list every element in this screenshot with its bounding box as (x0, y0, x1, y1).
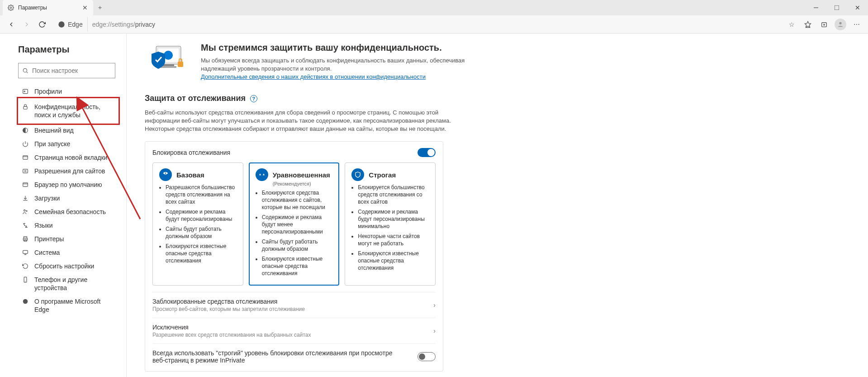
tracking-card-strict[interactable]: Строгая Блокируется большинство средств … (345, 162, 436, 286)
search-icon (22, 67, 28, 74)
sidebar-item-startup[interactable]: При запуске (18, 137, 119, 151)
sidebar-item-reset[interactable]: Сбросить настройки (18, 259, 119, 273)
svg-point-0 (10, 7, 12, 9)
hero-text: Мы обязуемся всегда защищать и соблюдать… (201, 57, 490, 73)
svg-point-9 (839, 22, 841, 24)
svg-line-11 (27, 72, 28, 73)
back-button[interactable] (4, 17, 19, 32)
sidebar-item-downloads[interactable]: Загрузки (18, 191, 119, 205)
svg-rect-42 (161, 66, 176, 68)
tracking-desc: Веб-сайты используют средства отслеживан… (145, 109, 452, 133)
edge-icon (22, 298, 29, 305)
settings-sidebar: Параметры Профили Конфиденциальность, по… (0, 33, 127, 377)
address-bar[interactable]: Edge edge://settings/privacy (53, 17, 780, 32)
edge-chip: Edge (53, 17, 88, 32)
sidebar-item-system[interactable]: Система (18, 246, 119, 259)
power-icon (22, 140, 29, 148)
basic-icon (159, 168, 172, 181)
browser-tab[interactable]: Параметры ✕ (3, 0, 93, 15)
language-icon (22, 222, 29, 229)
svg-rect-43 (178, 62, 183, 67)
strict-icon (351, 168, 364, 181)
inprivate-toggle[interactable] (417, 352, 436, 361)
sidebar-item-printers[interactable]: Принтеры (18, 232, 119, 246)
tracking-section: Защита от отслеживания? Веб-сайты исполь… (145, 94, 850, 372)
svg-point-35 (23, 299, 28, 304)
blocked-trackers-row[interactable]: Заблокированные средства отслеживания Пр… (152, 292, 436, 318)
settings-search[interactable] (18, 63, 115, 78)
reset-icon (22, 262, 29, 270)
help-icon[interactable]: ? (250, 95, 257, 102)
window-titlebar: Параметры ✕ ＋ ✕ (0, 0, 868, 15)
sidebar-item-family[interactable]: Семейная безопасность (18, 205, 119, 219)
newtab-icon (22, 154, 29, 161)
refresh-button[interactable] (34, 17, 50, 32)
sidebar-item-about[interactable]: О программе Microsoft Edge (18, 295, 119, 316)
sidebar-item-permissions[interactable]: Разрешения для сайтов (18, 164, 119, 178)
tracking-card-balanced[interactable]: Уравновешенная (Рекомендуется) Блокируют… (249, 162, 340, 286)
sidebar-item-languages[interactable]: Языки (18, 219, 119, 232)
collections-icon[interactable] (816, 17, 832, 32)
edge-chip-label: Edge (68, 21, 83, 28)
appearance-icon (22, 127, 29, 134)
svg-rect-14 (24, 106, 27, 109)
favorite-star-icon[interactable]: ☆ (784, 17, 799, 32)
sidebar-item-default[interactable]: Браузер по умолчанию (18, 178, 119, 191)
svg-point-26 (26, 210, 27, 211)
tracking-panel: Блокировка отслеживания Базовая Разрешаю… (145, 141, 443, 372)
browser-toolbar: Edge edge://settings/privacy ☆ ⋯ (0, 15, 868, 33)
window-maximize-button[interactable] (826, 0, 847, 15)
sidebar-title: Параметры (18, 44, 119, 55)
system-icon (22, 249, 29, 256)
favorites-hub-icon[interactable] (800, 17, 816, 32)
window-minimize-button[interactable] (806, 0, 826, 15)
block-toggle-label: Блокировка отслеживания (152, 149, 230, 156)
svg-point-25 (24, 210, 26, 211)
inprivate-row: Всегда использовать "строгий" уровень бл… (152, 344, 436, 369)
printer-icon (22, 235, 29, 243)
chevron-right-icon: › (433, 301, 436, 309)
gear-icon (7, 4, 14, 11)
more-menu-icon[interactable]: ⋯ (849, 17, 864, 32)
privacy-hero: Мы стремимся защитить вашу конфиденциаль… (145, 43, 850, 80)
tab-title: Параметры (18, 5, 81, 11)
phone-icon (22, 276, 29, 283)
exceptions-row[interactable]: Исключения Разрешение всех средств отсле… (152, 318, 436, 344)
family-icon (22, 208, 29, 215)
privacy-illustration (145, 43, 190, 74)
svg-rect-2 (835, 5, 839, 10)
permissions-icon (22, 167, 29, 175)
sidebar-item-phone[interactable]: Телефон и другие устройства (18, 273, 119, 295)
browser-icon (22, 181, 29, 188)
svg-rect-19 (23, 169, 28, 173)
svg-rect-30 (23, 250, 28, 253)
sidebar-item-privacy[interactable]: Конфиденциальность, поиск и службы (18, 98, 119, 124)
block-toggle[interactable] (417, 148, 436, 157)
lock-icon (22, 103, 29, 110)
hero-title: Мы стремимся защитить вашу конфиденциаль… (201, 43, 490, 53)
search-input[interactable] (32, 67, 111, 74)
download-icon (22, 195, 29, 202)
forward-button[interactable] (19, 17, 34, 32)
svg-marker-4 (805, 21, 811, 27)
sidebar-item-appearance[interactable]: Внешний вид (18, 124, 119, 137)
settings-content: Мы стремимся защитить вашу конфиденциаль… (127, 33, 868, 377)
svg-point-13 (24, 91, 25, 92)
tracking-card-basic[interactable]: Базовая Разрешаются большинство средств … (152, 162, 243, 286)
sidebar-item-profiles[interactable]: Профили (18, 85, 119, 98)
svg-point-3 (58, 21, 64, 27)
new-tab-button[interactable]: ＋ (93, 0, 107, 15)
window-close-button[interactable]: ✕ (847, 0, 868, 15)
svg-rect-22 (23, 183, 28, 186)
chevron-right-icon: › (433, 327, 436, 334)
hero-link[interactable]: Дополнительные сведения о наших действия… (201, 73, 426, 80)
url-text: edge://settings/privacy (88, 21, 155, 28)
svg-point-10 (23, 68, 27, 72)
profile-avatar[interactable] (833, 17, 848, 32)
svg-rect-41 (163, 64, 174, 66)
sidebar-item-newtab[interactable]: Страница новой вкладки (18, 151, 119, 164)
tracking-title: Защита от отслеживания (145, 94, 246, 103)
edge-logo-icon (58, 21, 65, 28)
profile-icon (22, 88, 29, 95)
close-tab-icon[interactable]: ✕ (81, 4, 89, 11)
